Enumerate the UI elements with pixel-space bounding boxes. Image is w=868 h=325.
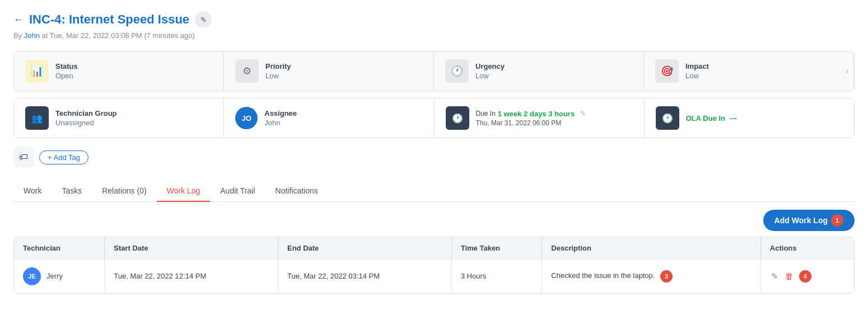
status-cards-row: 📊 Status Open ⚙ Priority Low 🕐 Urgency L… <box>13 51 855 91</box>
edit-icon: ✎ <box>200 16 207 24</box>
due-in-label: Due In <box>476 110 496 117</box>
priority-value: Low <box>265 72 291 80</box>
impact-card[interactable]: 🎯 Impact Low <box>644 51 854 91</box>
page-title: INC-4: Internet Speed Issue <box>29 12 189 27</box>
worklog-toolbar: Add Work Log 1 <box>13 202 855 237</box>
table-row: JE Jerry Tue, Mar 22, 2022 12:14 PM Tue,… <box>14 259 854 293</box>
tab-audit-trail[interactable]: Audit Trail <box>210 181 265 202</box>
technician-name: Jerry <box>46 272 63 280</box>
add-worklog-button[interactable]: Add Work Log 1 <box>763 210 855 231</box>
edit-title-button[interactable]: ✎ <box>195 11 212 28</box>
technician-group-icon: 👥 <box>25 106 49 130</box>
impact-icon: 🎯 <box>655 59 679 83</box>
tab-tasks[interactable]: Tasks <box>52 181 92 202</box>
tab-worklog[interactable]: Work Log <box>157 181 211 202</box>
edit-worklog-button[interactable]: ✎ <box>770 270 780 282</box>
cell-start-date: Tue, Mar 22, 2022 12:14 PM <box>105 259 278 293</box>
col-actions: Actions <box>760 237 854 260</box>
status-value: Open <box>55 72 78 80</box>
tab-notifications[interactable]: Notifications <box>265 181 328 202</box>
priority-label: Priority <box>265 62 291 70</box>
assignee-label: Assignee <box>264 109 297 117</box>
assignee-value: John <box>264 119 297 127</box>
page-subtitle: By John at Tue, Mar 22, 2022 03:08 PM (7… <box>13 31 855 40</box>
ola-due-label: OLA Due In <box>686 114 725 123</box>
status-icon: 📊 <box>25 59 49 83</box>
impact-label: Impact <box>685 62 709 70</box>
table-header-row: Technician Start Date End Date Time Take… <box>14 237 854 260</box>
badge-4: 4 <box>799 270 811 282</box>
tag-row: 🏷 + Add Tag <box>13 147 855 167</box>
worklog-table-container: Technician Start Date End Date Time Take… <box>13 237 855 294</box>
cell-description: Checked the issue in the laptop. 3 <box>542 259 761 293</box>
col-end-date: End Date <box>278 237 451 260</box>
technician-group-card[interactable]: 👥 Technician Group Unassigned <box>14 98 224 138</box>
add-worklog-label: Add Work Log <box>774 216 828 225</box>
due-in-date: Thu, Mar 31, 2022 06:00 PM <box>476 119 586 127</box>
delete-worklog-button[interactable]: 🗑 <box>784 270 795 282</box>
add-tag-button[interactable]: + Add Tag <box>39 150 88 164</box>
tab-relations[interactable]: Relations (0) <box>92 181 156 202</box>
impact-value: Low <box>685 72 709 80</box>
author-link[interactable]: John <box>24 31 40 40</box>
technician-avatar: JE <box>23 267 41 285</box>
col-start-date: Start Date <box>105 237 278 260</box>
cell-actions: ✎ 🗑 4 <box>760 259 854 293</box>
status-label: Status <box>55 62 78 70</box>
assignee-card[interactable]: JO Assignee John <box>224 98 434 138</box>
badge-1: 1 <box>831 214 843 227</box>
technician-group-value: Unassigned <box>55 119 117 127</box>
due-in-time: 1 week 2 days 3 hours <box>498 110 575 118</box>
priority-card[interactable]: ⚙ Priority Low <box>224 51 434 91</box>
tabs-bar: Work Tasks Relations (0) Work Log Audit … <box>13 181 855 202</box>
badge-3: 3 <box>660 270 673 282</box>
urgency-card[interactable]: 🕐 Urgency Low <box>434 51 644 91</box>
ola-due-icon: 🕐 <box>656 106 679 130</box>
status-card[interactable]: 📊 Status Open <box>14 51 224 91</box>
cell-technician: JE Jerry <box>14 259 105 293</box>
due-in-card[interactable]: 🕐 Due In 1 week 2 days 3 hours ✎ Thu, Ma… <box>435 98 645 138</box>
assignee-cards-row: 👥 Technician Group Unassigned JO Assigne… <box>13 98 855 138</box>
back-arrow[interactable]: ← <box>13 14 24 26</box>
urgency-label: Urgency <box>475 62 505 70</box>
ola-due-value: --- <box>730 114 737 123</box>
edit-due-icon[interactable]: ✎ <box>580 110 586 117</box>
ola-due-card[interactable]: 🕐 OLA Due In --- <box>645 98 854 138</box>
priority-icon: ⚙ <box>235 59 259 83</box>
tag-icon: 🏷 <box>13 147 34 167</box>
due-in-icon: 🕐 <box>446 106 469 130</box>
tab-work[interactable]: Work <box>13 181 52 202</box>
cell-time-taken: 3 Hours <box>451 259 542 293</box>
cell-end-date: Tue, Mar 22, 2022 03:14 PM <box>278 259 451 293</box>
worklog-table: Technician Start Date End Date Time Take… <box>14 237 854 293</box>
chevron-right-icon: › <box>846 67 848 76</box>
urgency-icon: 🕐 <box>445 59 469 83</box>
col-description: Description <box>542 237 761 260</box>
assignee-avatar: JO <box>235 107 258 129</box>
col-technician: Technician <box>14 237 105 260</box>
urgency-value: Low <box>475 72 505 80</box>
col-time-taken: Time Taken <box>451 237 542 260</box>
technician-group-label: Technician Group <box>55 109 117 117</box>
